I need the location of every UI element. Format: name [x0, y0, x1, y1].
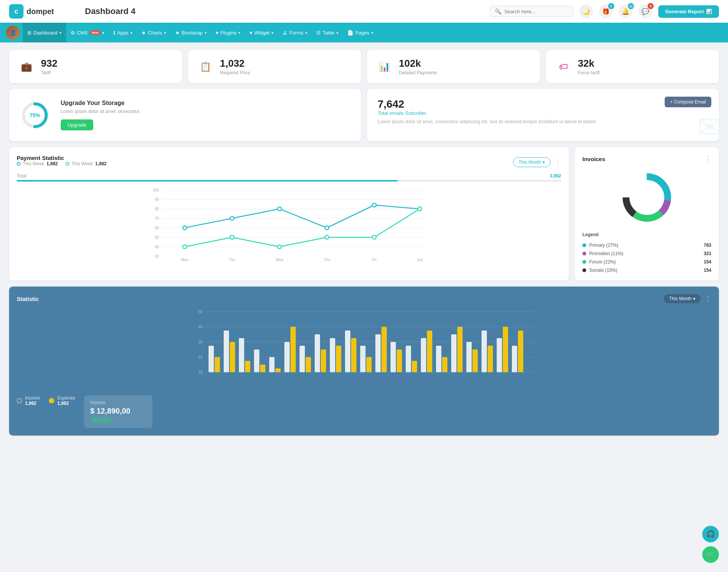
compose-email-button[interactable]: + Compose Email: [665, 97, 711, 107]
svg-text:Tue: Tue: [229, 258, 235, 262]
svg-rect-69: [360, 346, 366, 372]
nav-item-bootstrap[interactable]: ★ Bootstrap ▾: [171, 23, 211, 42]
svg-rect-77: [421, 338, 426, 372]
storage-desc: Lorem ipsum dolor sit amet, onsectetur.: [61, 109, 140, 114]
bell-icon: 🔔: [622, 8, 629, 15]
svg-rect-86: [488, 346, 493, 372]
nav-item-apps[interactable]: ℹ Apps ▾: [109, 23, 137, 42]
plugins-chevron: ▾: [238, 31, 240, 35]
forms-chevron: ▾: [305, 31, 307, 35]
income-legend-dot: [17, 398, 22, 403]
chat-icon: 💬: [642, 8, 649, 15]
force-tariff-value: 32k: [578, 58, 599, 69]
expense-legend-label: Expense: [57, 395, 75, 401]
statistic-month-filter-button[interactable]: This Month ▾: [664, 294, 701, 303]
nav-item-cms[interactable]: ⚙ CMS New ▾: [66, 23, 109, 42]
svg-text:10: 10: [198, 370, 203, 375]
svg-text:40: 40: [155, 245, 159, 249]
svg-rect-85: [482, 331, 487, 372]
invoices-donut-svg: [618, 169, 675, 226]
line-chart-wrap: 100 90 80 70 60 50 40 30 Mon Tue Wed Thu…: [17, 186, 561, 263]
upgrade-button[interactable]: Upgrade: [61, 119, 93, 130]
inv-val-primary: 763: [704, 243, 711, 248]
svg-rect-50: [215, 357, 220, 372]
svg-rect-59: [284, 342, 290, 372]
nav-item-widget[interactable]: ♥ Widget ▾: [245, 23, 278, 42]
invoices-donut-wrap: [582, 169, 711, 226]
invoices-menu-button[interactable]: ⋮: [704, 155, 711, 163]
nav-item-dashboard[interactable]: ⊞ Dashboard ▾: [23, 23, 66, 42]
search-box[interactable]: 🔍: [490, 6, 573, 17]
cms-icon: ⚙: [71, 30, 75, 36]
payment-title: Payment Statistic: [17, 155, 107, 161]
search-input[interactable]: [504, 9, 568, 14]
chat-button[interactable]: 💬 5: [639, 5, 652, 18]
expense-legend-item: Expense 1,982: [49, 395, 75, 406]
invoice-legend-row-2: Forum (22%) 154: [582, 259, 711, 265]
payment-menu-button[interactable]: ⋮: [554, 158, 561, 166]
svg-rect-53: [239, 338, 244, 372]
svg-rect-68: [351, 338, 356, 372]
invoice-legend-title: Legend: [582, 232, 711, 237]
inv-label-forum: Forum (22%): [589, 259, 616, 265]
stats-row: 💼 932 Tariff 📋 1,032 Required Price 📊 10…: [9, 50, 719, 83]
moon-icon: 🌙: [582, 8, 590, 15]
filter-chevron-icon: ▾: [543, 160, 545, 165]
svg-rect-73: [391, 342, 396, 372]
stat-card-required-price: 📋 1,032 Required Price: [188, 50, 361, 83]
storage-title: Upgrade Your Storage: [61, 100, 140, 107]
total-value: 3,982: [550, 173, 561, 179]
apps-icon: ℹ: [113, 30, 115, 36]
invoice-legend-row-3: Socials (15%) 154: [582, 268, 711, 273]
required-price-info: 1,032 Required Price: [220, 58, 250, 75]
svg-point-25: [278, 207, 281, 211]
gift-button[interactable]: 🎁 2: [599, 5, 613, 18]
svg-rect-55: [254, 349, 259, 372]
bell-button[interactable]: 🔔 12: [619, 5, 632, 18]
statistic-menu-button[interactable]: ⋮: [704, 295, 711, 303]
payment-progress-fill: [17, 180, 398, 182]
nav-item-pages[interactable]: 📄 Pages ▾: [343, 23, 378, 42]
svg-text:Sat: Sat: [417, 258, 422, 262]
bar-chart-area: 50 40 30 20 10: [17, 308, 711, 428]
income-badge: ⬆ +15%: [90, 417, 112, 423]
inv-label-promotion: Promotion (11%): [589, 251, 623, 256]
plugins-icon: ♥: [216, 30, 219, 36]
nav-item-plugins[interactable]: ♥ Plugins ▾: [211, 23, 245, 42]
svg-point-31: [278, 245, 281, 249]
detailed-payments-icon: 📊: [376, 58, 393, 75]
payment-header: Payment Statistic This Week 1,982 This W…: [17, 155, 561, 169]
inv-val-forum: 154: [704, 259, 711, 265]
detailed-payments-value: 102k: [399, 58, 437, 69]
svg-text:Mon: Mon: [181, 258, 188, 262]
email-bg-icon: ✉: [697, 110, 719, 141]
force-tariff-info: 32k Force tariff: [578, 58, 599, 75]
svg-rect-62: [306, 357, 311, 372]
generate-report-button[interactable]: Generate Report 📊: [658, 5, 719, 18]
svg-rect-84: [472, 349, 478, 372]
nav-item-charts[interactable]: ★ Charts ▾: [137, 23, 171, 42]
logo-text: dompet: [27, 7, 54, 16]
svg-rect-90: [518, 331, 523, 372]
stat-card-detailed-payments: 📊 102k Detailed Payments: [367, 50, 540, 83]
tariff-info: 932 Tariff: [41, 58, 57, 75]
this-month-filter-button[interactable]: This Month ▾: [513, 157, 551, 167]
logo: c dompet: [9, 4, 70, 19]
inv-label-socials: Socials (15%): [589, 268, 617, 273]
svg-rect-61: [300, 346, 305, 372]
svg-rect-78: [427, 331, 432, 372]
svg-rect-66: [336, 346, 341, 372]
stat-bottom: Income 1,982 Expense 1,982 Income $ 12: [17, 395, 711, 428]
svg-point-26: [325, 226, 329, 230]
nav-item-table[interactable]: ☰ Table ▾: [312, 23, 343, 42]
moon-button[interactable]: 🌙: [579, 5, 593, 18]
nav-item-forms[interactable]: 🖨 Forms ▾: [278, 23, 312, 42]
email-desc: Lorem ipsum dolor sit amet, consectetur …: [378, 119, 708, 124]
pages-chevron: ▾: [371, 31, 373, 35]
svg-rect-60: [290, 327, 296, 372]
inv-dot-socials: [582, 268, 586, 272]
legend-dot-1: [17, 162, 20, 166]
svg-text:60: 60: [155, 226, 159, 230]
svg-rect-70: [366, 357, 372, 372]
stat-card-tariff: 💼 932 Tariff: [9, 50, 182, 83]
